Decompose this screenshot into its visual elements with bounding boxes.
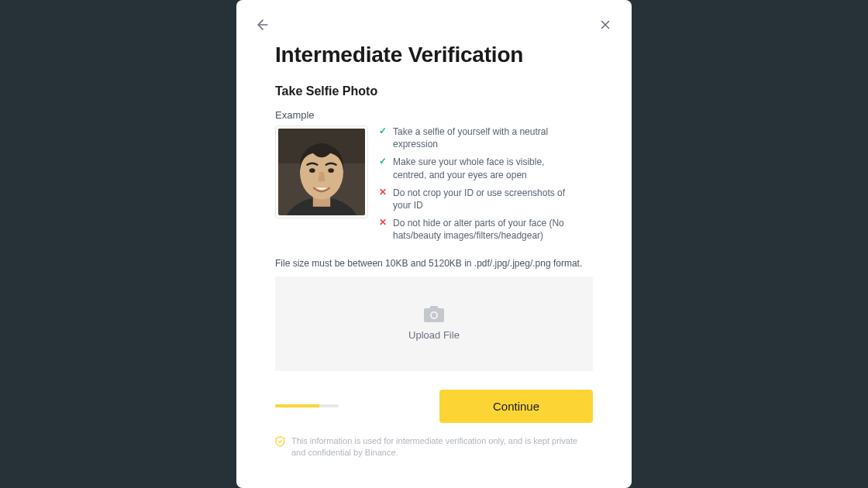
- rule-item: ✓Make sure your whole face is visible, c…: [379, 156, 580, 180]
- shield-icon: [275, 436, 285, 447]
- progress-bar: [275, 404, 339, 407]
- privacy-footnote: This information is used for intermediat…: [275, 435, 593, 459]
- file-size-hint: File size must be between 10KB and 5120K…: [275, 258, 593, 269]
- check-icon: ✓: [379, 125, 388, 150]
- rule-text: Do not hide or alter parts of your face …: [393, 217, 580, 242]
- rule-text: Take a selfie of yourself with a neutral…: [393, 125, 580, 150]
- check-icon: ✓: [379, 156, 388, 180]
- upload-label: Upload File: [408, 329, 460, 341]
- rule-item: ✕Do not hide or alter parts of your face…: [379, 217, 580, 242]
- camera-icon: [424, 306, 444, 323]
- arrow-left-icon: [255, 17, 270, 33]
- svg-point-8: [309, 168, 315, 173]
- rule-text: Do not crop your ID or use screenshots o…: [393, 187, 580, 211]
- rule-item: ✕Do not crop your ID or use screenshots …: [379, 187, 580, 211]
- verification-modal: Intermediate Verification Take Selfie Ph…: [236, 0, 632, 488]
- privacy-text: This information is used for intermediat…: [291, 435, 593, 459]
- rules-list: ✓Take a selfie of yourself with a neutra…: [379, 125, 580, 242]
- example-label: Example: [275, 109, 593, 121]
- back-button[interactable]: [253, 15, 272, 34]
- cross-icon: ✕: [379, 187, 388, 211]
- continue-button[interactable]: Continue: [439, 390, 593, 423]
- upload-dropzone[interactable]: Upload File: [275, 277, 593, 371]
- example-row: ✓Take a selfie of yourself with a neutra…: [275, 125, 593, 242]
- bottom-row: Continue: [275, 390, 593, 423]
- rule-item: ✓Take a selfie of yourself with a neutra…: [379, 125, 580, 150]
- modal-top-bar: [253, 15, 615, 34]
- example-photo: [275, 125, 368, 218]
- rule-text: Make sure your whole face is visible, ce…: [393, 156, 580, 180]
- svg-point-11: [432, 313, 436, 318]
- face-illustration: [278, 129, 365, 215]
- close-button[interactable]: [596, 15, 615, 34]
- page-title: Intermediate Verification: [275, 43, 593, 67]
- step-subtitle: Take Selfie Photo: [275, 84, 593, 98]
- cross-icon: ✕: [379, 217, 388, 242]
- svg-point-9: [328, 168, 333, 173]
- close-icon: [598, 18, 612, 32]
- progress-fill: [275, 404, 319, 407]
